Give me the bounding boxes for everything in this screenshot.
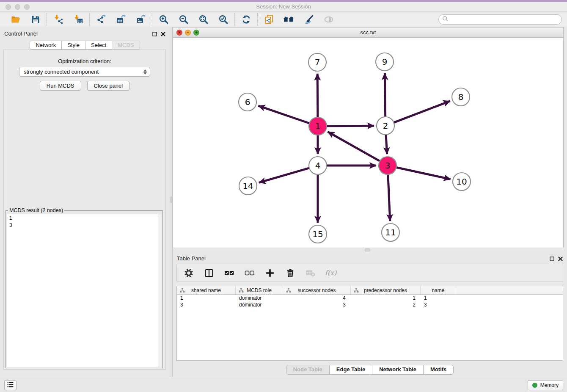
search-box[interactable] (438, 14, 562, 25)
home-icon[interactable] (283, 14, 295, 25)
edge-1-7[interactable] (317, 74, 318, 118)
mcds-result-area[interactable]: 1 3 (7, 214, 162, 367)
tab-style[interactable]: Style (62, 41, 85, 50)
node-11[interactable]: 11 (382, 224, 399, 241)
edge-2-9[interactable] (385, 73, 385, 117)
column-header-MCDS-role[interactable]: MCDS role (236, 286, 283, 294)
task-history-button[interactable] (4, 380, 17, 390)
node-8[interactable]: 8 (452, 88, 470, 106)
svg-text:3: 3 (385, 160, 391, 171)
import-network-icon[interactable] (52, 14, 64, 25)
table-row[interactable]: 3dominator323 (177, 301, 563, 308)
paint-icon[interactable] (303, 14, 314, 25)
column-header-name[interactable]: name (421, 286, 456, 294)
network-resize-grip[interactable] (365, 248, 370, 251)
save-session-icon[interactable] (30, 14, 41, 25)
splitter-grip[interactable] (171, 196, 172, 203)
hierarchy-icon (354, 288, 359, 294)
close-button[interactable] (6, 4, 11, 10)
node-1[interactable]: 1 (309, 117, 327, 135)
tab-edge-table[interactable]: Edge Table (329, 365, 372, 374)
export-image-icon[interactable] (135, 14, 146, 25)
edge-2-8[interactable] (394, 101, 450, 123)
edge-1-6[interactable] (259, 106, 310, 124)
minimize-button[interactable] (15, 4, 20, 10)
optimization-criterion-label: Optimization criterion: (4, 58, 165, 64)
cell-0-2: 4 (283, 295, 351, 301)
column-header-predecessor-nodes[interactable]: predecessor nodes (351, 286, 421, 294)
column-header-successor-nodes[interactable]: successor nodes (283, 286, 351, 294)
cell-1-3: 2 (351, 301, 421, 308)
node-2[interactable]: 2 (377, 117, 394, 135)
tab-mcds[interactable]: MCDS (112, 41, 140, 50)
close-panel-icon[interactable] (161, 30, 165, 38)
window-title: Session: New Session (0, 2, 567, 11)
svg-text:9: 9 (382, 57, 388, 67)
network-window-titlebar[interactable]: ×−+ scc.txt (173, 28, 563, 38)
node-14[interactable]: 14 (239, 177, 257, 195)
run-mcds-button[interactable]: Run MCDS (40, 81, 81, 91)
column-header-shared-name[interactable]: shared name (177, 286, 236, 294)
cell-0-1: dominator (236, 295, 283, 301)
export-network-icon[interactable] (95, 14, 107, 25)
edge-1-2[interactable] (326, 126, 374, 126)
zoom-in-icon[interactable] (158, 14, 169, 25)
refresh-icon[interactable] (240, 14, 252, 25)
close-table-panel-icon[interactable] (558, 255, 563, 263)
cell-0-3: 1 (351, 295, 421, 301)
edge-3-1[interactable] (328, 132, 380, 161)
uncheck-all-icon[interactable] (244, 268, 255, 278)
node-table: shared nameMCDS rolesuccessor nodesprede… (176, 286, 563, 361)
tab-select[interactable]: Select (85, 41, 112, 50)
zoom-selected-icon[interactable] (217, 14, 229, 25)
check-all-icon[interactable] (224, 268, 234, 278)
node-3[interactable]: 3 (379, 157, 396, 174)
cell-1-1: dominator (236, 301, 283, 308)
node-6[interactable]: 6 (239, 93, 256, 111)
tab-node-table[interactable]: Node Table (286, 365, 329, 374)
maximize-button[interactable] (24, 4, 30, 10)
panel-splitter[interactable] (170, 27, 173, 377)
edge-4-14[interactable] (259, 168, 310, 183)
export-table-icon[interactable] (115, 14, 127, 25)
zoom-fit-icon[interactable] (198, 14, 209, 25)
memory-label: Memory (540, 382, 559, 388)
hierarchy-icon (180, 288, 185, 294)
add-row-icon[interactable] (264, 268, 275, 278)
memory-button[interactable]: Memory (528, 380, 563, 390)
gear-icon[interactable] (183, 268, 194, 278)
edge-3-11[interactable] (388, 174, 390, 221)
node-10[interactable]: 10 (453, 173, 471, 190)
tab-network-table[interactable]: Network Table (372, 365, 423, 374)
network-close-button[interactable]: × (176, 30, 182, 36)
criterion-select[interactable]: strongly connected component (19, 67, 150, 77)
result-scrollbar[interactable] (158, 214, 162, 367)
duplicate-network-icon[interactable] (263, 14, 275, 25)
tab-network[interactable]: Network (30, 41, 62, 50)
tab-motifs[interactable]: Motifs (423, 365, 453, 374)
float-table-panel-icon[interactable] (550, 255, 554, 263)
node-4[interactable]: 4 (309, 157, 327, 174)
columns-icon[interactable] (204, 268, 214, 278)
network-minimize-button[interactable]: − (185, 30, 191, 36)
import-table-icon[interactable] (72, 14, 84, 25)
cell-0-4: 1 (421, 295, 456, 301)
network-zoom-button[interactable]: + (193, 30, 199, 36)
window-titlebar[interactable]: Session: New Session (0, 2, 567, 12)
table-row[interactable]: 1dominator411 (177, 295, 563, 301)
node-15[interactable]: 15 (309, 225, 327, 243)
node-7[interactable]: 7 (308, 53, 326, 71)
control-panel-tabs: NetworkStyleSelectMCDS (0, 41, 170, 50)
network-canvas[interactable]: 1234678910111415 (173, 38, 563, 248)
float-panel-icon[interactable] (152, 30, 157, 38)
delete-row-icon[interactable] (285, 268, 295, 278)
search-input[interactable] (450, 16, 559, 22)
toolbar-groups (4, 13, 340, 26)
zoom-out-icon[interactable] (178, 14, 189, 25)
edge-3-10[interactable] (396, 167, 451, 179)
edge-2-3[interactable] (386, 134, 387, 154)
control-panel-title: Control Panel (4, 30, 38, 37)
node-9[interactable]: 9 (376, 53, 394, 71)
close-panel-button[interactable]: Close panel (87, 81, 130, 91)
open-file-icon[interactable] (10, 14, 21, 25)
